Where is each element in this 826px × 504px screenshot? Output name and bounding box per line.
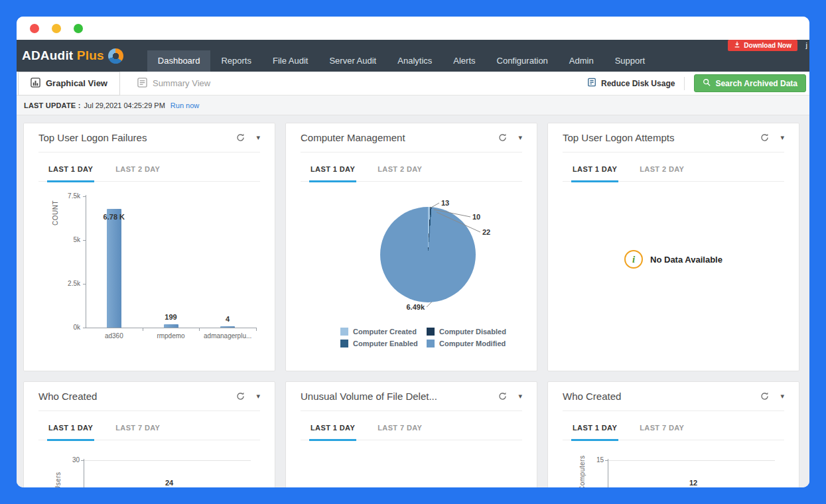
x-tick-mark bbox=[199, 328, 200, 331]
card-actions: ▾ bbox=[236, 392, 260, 401]
disk-icon bbox=[587, 78, 596, 89]
card-title: Top User Logon Failures bbox=[38, 132, 236, 143]
last-update-bar: LAST UPDATE : Jul 29,2021 04:25:29 PM Ru… bbox=[17, 95, 809, 115]
legend-item: Computer Enabled bbox=[340, 340, 418, 347]
range-tab[interactable]: LAST 2 DAY bbox=[638, 165, 685, 182]
zoom-button[interactable] bbox=[74, 24, 83, 33]
nav-item-alerts[interactable]: Alerts bbox=[443, 50, 486, 72]
info-icon: i bbox=[624, 250, 643, 269]
y-tick-label: 2.5k bbox=[54, 280, 80, 287]
card-chart: Computers1512 bbox=[563, 440, 784, 487]
x-category-label: admanagerplu... bbox=[198, 332, 257, 340]
bar-ad360[interactable] bbox=[107, 209, 121, 328]
refresh-icon[interactable] bbox=[498, 133, 507, 142]
range-tab[interactable]: LAST 2 DAY bbox=[376, 165, 423, 182]
dashboard-card: Computer Management▾LAST 1 DAYLAST 2 DAY… bbox=[285, 123, 537, 371]
range-tab[interactable]: LAST 1 DAY bbox=[571, 165, 618, 182]
legend-swatch bbox=[427, 328, 435, 336]
minimize-button[interactable] bbox=[52, 24, 61, 33]
y-axis-line bbox=[84, 459, 84, 487]
card-range-tabs: LAST 1 DAYLAST 2 DAY bbox=[563, 153, 784, 182]
app-window: ADAudit Plus DashboardReportsFile AuditS… bbox=[17, 17, 809, 487]
bar-value-label: 12 bbox=[680, 479, 707, 487]
last-update-timestamp: Jul 29,2021 04:25:29 PM bbox=[84, 101, 165, 109]
vertical-separator bbox=[684, 77, 685, 90]
range-tab[interactable]: LAST 1 DAY bbox=[571, 424, 618, 441]
tab-summary-view[interactable]: Summary View bbox=[125, 72, 222, 95]
view-subnav: Graphical View Summary View Reduce Disk … bbox=[17, 72, 809, 95]
dashboard-card: Top User Logon Failures▾LAST 1 DAYLAST 2… bbox=[23, 123, 275, 371]
range-tab[interactable]: LAST 1 DAY bbox=[47, 165, 94, 182]
nav-item-reports[interactable]: Reports bbox=[210, 50, 262, 72]
nav-item-admin[interactable]: Admin bbox=[559, 50, 604, 72]
nav-item-configuration[interactable]: Configuration bbox=[486, 50, 559, 72]
refresh-icon[interactable] bbox=[236, 392, 245, 401]
range-tab[interactable]: LAST 7 DAY bbox=[376, 424, 423, 441]
nav-items: DashboardReportsFile AuditServer AuditAn… bbox=[147, 50, 655, 72]
card-title: Who Created bbox=[38, 391, 236, 402]
dropdown-caret-icon[interactable]: ▾ bbox=[256, 133, 260, 142]
dropdown-caret-icon[interactable]: ▾ bbox=[518, 133, 522, 142]
range-tab[interactable]: LAST 7 DAY bbox=[114, 424, 161, 441]
dropdown-caret-icon[interactable]: ▾ bbox=[780, 392, 784, 401]
refresh-icon[interactable] bbox=[760, 133, 769, 142]
download-now-button[interactable]: Download Now bbox=[728, 40, 797, 51]
card-chart bbox=[301, 440, 522, 487]
slice-value-label: 6.49k bbox=[406, 303, 425, 311]
card-range-tabs: LAST 1 DAYLAST 2 DAY bbox=[38, 153, 260, 182]
card-header: Computer Management▾ bbox=[301, 123, 522, 153]
app-logo[interactable]: ADAudit Plus bbox=[22, 40, 123, 72]
y-tick-label: 30 bbox=[53, 456, 80, 464]
reduce-disk-usage-button[interactable]: Reduce Disk Usage bbox=[587, 78, 675, 89]
logo-swirl-icon bbox=[108, 48, 123, 64]
slice-value-label: 13 bbox=[441, 199, 449, 207]
refresh-icon[interactable] bbox=[236, 133, 245, 142]
dropdown-caret-icon[interactable]: ▾ bbox=[780, 133, 784, 142]
range-tab[interactable]: LAST 1 DAY bbox=[47, 424, 94, 441]
legend-item: Computer Modified bbox=[427, 340, 506, 347]
range-tab[interactable]: LAST 7 DAY bbox=[638, 424, 685, 441]
run-now-link[interactable]: Run now bbox=[171, 101, 199, 109]
card-header: Who Created▾ bbox=[563, 382, 784, 411]
dropdown-caret-icon[interactable]: ▾ bbox=[256, 392, 260, 401]
refresh-icon[interactable] bbox=[760, 392, 769, 401]
nav-item-support[interactable]: Support bbox=[604, 50, 656, 72]
no-data-wrap: iNo Data Available bbox=[563, 182, 784, 371]
subnav-actions: Reduce Disk Usage Search Archived Data bbox=[587, 74, 809, 92]
list-icon bbox=[137, 78, 147, 90]
legend-label: Computer Created bbox=[353, 328, 417, 336]
tab-graphical-view[interactable]: Graphical View bbox=[18, 72, 120, 95]
search-icon bbox=[703, 78, 711, 88]
card-chart: COUNT7.5k5k2.5k0k6.78 Kad360199rmpdemo4a… bbox=[38, 182, 260, 371]
dashboard-card: Who Created▾LAST 1 DAYLAST 7 DAYUsers302… bbox=[23, 381, 275, 487]
navbar-truncated-text: j bbox=[806, 41, 807, 49]
refresh-icon[interactable] bbox=[498, 392, 507, 401]
range-tab[interactable]: LAST 2 DAY bbox=[114, 165, 161, 182]
nav-item-dashboard[interactable]: Dashboard bbox=[147, 50, 211, 72]
card-range-tabs: LAST 1 DAYLAST 7 DAY bbox=[301, 411, 522, 440]
bar-chart-icon bbox=[31, 78, 40, 90]
dropdown-caret-icon[interactable]: ▾ bbox=[518, 392, 522, 401]
bar-admanagerplu-[interactable] bbox=[220, 326, 235, 328]
logo-text-plus: Plus bbox=[73, 48, 103, 62]
range-tab[interactable]: LAST 1 DAY bbox=[309, 424, 356, 441]
dashboard-card: Who Created▾LAST 1 DAYLAST 7 DAYComputer… bbox=[547, 381, 799, 487]
download-label: Download Now bbox=[744, 42, 792, 49]
top-gridline bbox=[608, 460, 775, 461]
card-header: Top User Logon Attempts▾ bbox=[563, 123, 784, 153]
y-axis-label: Users bbox=[54, 472, 62, 487]
nav-item-analytics[interactable]: Analytics bbox=[387, 50, 443, 72]
pie-chart[interactable] bbox=[380, 207, 476, 302]
graphical-view-label: Graphical View bbox=[46, 78, 107, 88]
slice-value-label: 22 bbox=[482, 228, 490, 236]
search-archived-data-button[interactable]: Search Archived Data bbox=[694, 74, 806, 92]
nav-item-server-audit[interactable]: Server Audit bbox=[318, 50, 387, 72]
close-button[interactable] bbox=[30, 24, 39, 33]
bar-rmpdemo[interactable] bbox=[164, 324, 178, 328]
dashboard-card: Unusual Volume of File Delet...▾LAST 1 D… bbox=[285, 381, 537, 487]
y-tick-label: 5k bbox=[54, 236, 80, 243]
legend-item: Computer Created bbox=[340, 328, 417, 336]
range-tab[interactable]: LAST 1 DAY bbox=[309, 165, 356, 182]
nav-item-file-audit[interactable]: File Audit bbox=[262, 50, 318, 72]
last-update-label: LAST UPDATE : bbox=[24, 101, 81, 109]
